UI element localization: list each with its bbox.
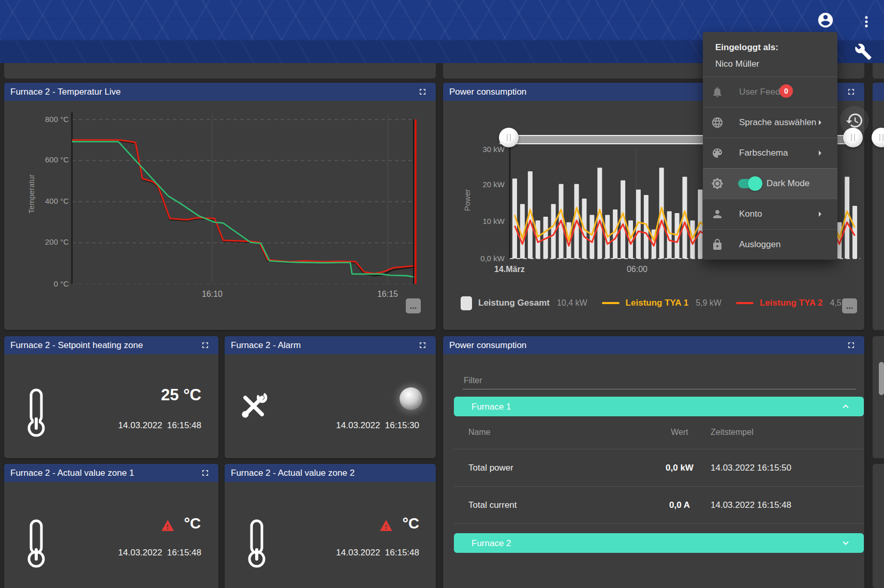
column-header: Name	[468, 428, 649, 449]
fullscreen-icon	[846, 340, 856, 350]
slider-handle-left[interactable]	[499, 128, 519, 147]
fullscreen-button[interactable]	[200, 468, 210, 478]
table-column-headers: NameWertZeitstempel	[454, 416, 864, 449]
panel-header	[873, 83, 884, 101]
menu-item-label: User Feed	[739, 77, 780, 107]
dashboard-app: Furnace 2 - Temperatur Live Temperatur .…	[0, 0, 884, 588]
fullscreen-icon	[200, 340, 210, 350]
power-consumption-table: Furnace 1NameWertZeitstempelTotal power0…	[454, 397, 864, 553]
panel-header: Power consumption	[443, 336, 864, 354]
toggle-knob	[748, 176, 762, 191]
cell-name: Total current	[468, 500, 649, 510]
thermometer-icon	[25, 519, 48, 570]
menu-item-farbschema[interactable]: Farbschema	[703, 138, 837, 168]
zone1-unit: °C	[108, 515, 201, 532]
power-ytick: 20 kW	[463, 180, 505, 189]
legend-item: Leistung Gesamt10,4 kW	[461, 296, 587, 310]
panel-header: Furnace 2 - Actual value zone 1	[4, 464, 218, 482]
user-name: Nico Müller	[715, 59, 837, 69]
chevron-right-icon	[814, 147, 826, 159]
fullscreen-button[interactable]	[418, 340, 428, 350]
overflow-menu-button[interactable]	[859, 9, 874, 32]
column-header: Wert	[649, 428, 711, 449]
panel-title: Furnace 2 - Alarm	[231, 336, 301, 354]
group-name: Furnace 2	[472, 538, 511, 548]
temp-xtick: 16:15	[367, 290, 408, 299]
fullscreen-button[interactable]	[418, 87, 428, 97]
menu-item-ausloggen[interactable]: Ausloggen	[703, 229, 837, 260]
power-chart-legend: Leistung Gesamt10,4 kWLeistung TYA 15,9 …	[461, 293, 870, 313]
filter-input[interactable]	[463, 372, 856, 389]
table-row[interactable]: Total power0,0 kW14.03.2022 16:15:50	[454, 449, 864, 486]
legend-label: Leistung TYA 1	[626, 298, 689, 308]
cutoff-panel-row3	[873, 464, 884, 588]
menu-item-konto[interactable]: Konto	[703, 199, 837, 229]
scrollbar-thumb[interactable]	[879, 362, 884, 395]
menu-item-label: Konto	[739, 199, 762, 229]
zone2-timestamp: 14.03.2022 16:15:48	[274, 548, 419, 558]
temp-ytick: 0 °C	[21, 279, 69, 288]
fullscreen-icon	[200, 468, 210, 478]
panel-alarm: Furnace 2 - Alarm 14.03.2022 16:15:30	[225, 336, 436, 458]
dark-mode-toggle[interactable]	[738, 179, 761, 188]
setpoint-value: 25 °C	[35, 386, 201, 404]
cell-timestamp: 14.03.2022 16:15:50	[711, 463, 864, 473]
menu-item-label: Sprache auswählen	[739, 108, 816, 138]
alarm-timestamp: 14.03.2022 16:15:30	[274, 420, 419, 431]
menu-item-label: Farbschema	[739, 138, 788, 168]
temp-ytick: 400 °C	[21, 197, 69, 205]
menu-item-user-feed[interactable]: User Feed0	[703, 77, 837, 107]
panel-actual-value-zone1: Furnace 2 - Actual value zone 1 °C 14.03…	[4, 464, 218, 588]
legend-value: 10,4 kW	[557, 298, 587, 308]
lock-icon	[711, 238, 724, 251]
power-xtick: 06:00	[616, 265, 658, 274]
card-sliver-edge	[873, 61, 884, 79]
panel-title: Furnace 2 - Setpoint heating zone	[10, 336, 143, 354]
fullscreen-button[interactable]	[846, 87, 856, 97]
fullscreen-button[interactable]	[200, 340, 210, 350]
wrench-icon	[854, 43, 872, 61]
fullscreen-icon	[418, 340, 428, 350]
fullscreen-icon	[418, 87, 428, 97]
slider-handle-right[interactable]	[843, 128, 863, 147]
panel-title: Power consumption	[449, 83, 526, 101]
panel-header: Furnace 2 - Alarm	[225, 336, 436, 354]
cell-value: 0,0 A	[649, 500, 711, 510]
card-sliver-left	[4, 61, 436, 79]
menu-item-dark-mode[interactable]: Dark Mode	[703, 168, 837, 199]
settings-wrench-button[interactable]	[853, 42, 874, 62]
person-icon	[711, 208, 724, 220]
alarm-status-lamp	[400, 387, 422, 410]
group-header-furnace-2[interactable]: Furnace 2	[454, 533, 864, 553]
legend-item: Leistung TYA 15,9 kW	[602, 298, 721, 308]
temp-y-axis-label: Temperatur	[27, 168, 37, 220]
zone2-unit: °C	[326, 515, 419, 532]
user-menu-header: Eingeloggt als: Nico Müller	[703, 32, 837, 77]
globe-icon	[711, 116, 724, 129]
sun-icon	[711, 177, 724, 190]
globe-icon	[711, 116, 724, 129]
legend-swatch	[461, 296, 472, 310]
cell-name: Total power	[468, 463, 649, 473]
slider-handle-cutoff[interactable]	[872, 128, 884, 147]
cutoff-panel-row1	[873, 83, 884, 330]
table-end-divider	[454, 523, 864, 533]
group-header-furnace-1[interactable]: Furnace 1	[454, 397, 864, 416]
history-icon	[845, 111, 864, 130]
cutoff-panel-row2	[873, 336, 884, 458]
panel-title: Furnace 2 - Actual value zone 1	[10, 464, 134, 482]
legend-label: Leistung Gesamt	[478, 298, 550, 308]
kebab-menu-icon	[859, 14, 874, 29]
table-row[interactable]: Total current0,0 A14.03.2022 16:15:48	[454, 486, 864, 523]
temp-chart-more-button[interactable]: ...	[406, 298, 421, 313]
power-chart-more-button[interactable]: ...	[842, 298, 857, 313]
history-reset-button[interactable]	[845, 111, 864, 130]
zone1-timestamp: 14.03.2022 16:15:48	[56, 548, 201, 558]
user-avatar-button[interactable]	[817, 11, 834, 29]
temp-xtick: 16:10	[191, 290, 233, 299]
menu-item-sprache-auswaehlen[interactable]: Sprache auswählen	[703, 107, 837, 138]
panel-header: Furnace 2 - Setpoint heating zone	[4, 336, 218, 354]
power-ytick: 30 kW	[463, 145, 505, 154]
menu-item-label: Dark Mode	[767, 169, 809, 199]
fullscreen-button[interactable]	[846, 340, 856, 350]
